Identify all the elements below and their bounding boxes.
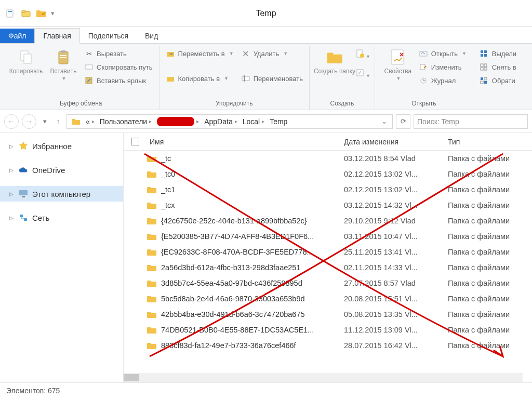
folder-icon: 3d85b7c4-55ea-45a0-97bd-c436f259895d [161,279,302,287]
expand-icon[interactable]: ▷ [9,143,15,149]
file-date: 29.10.2015 9:12 Vlad [344,217,448,225]
col-date[interactable]: Дата изменения [344,138,448,146]
svg-rect-35 [481,77,483,80]
copy-path-button[interactable]: Скопировать путь [82,61,155,73]
svg-rect-54 [147,218,151,220]
chevron-down-icon: ▼ [229,51,234,56]
file-name: 883cf83d-fa12-49e7-b733-36a76cef466f [147,341,344,350]
back-button[interactable]: ← [4,114,19,129]
ribbon: Копировать Вставить ▼ ✂Вырезать Скопиров… [0,44,532,110]
invert-selection-button[interactable]: Обрати [477,75,518,86]
history-button[interactable]: Журнал [417,75,469,86]
svg-rect-10 [60,55,66,56]
table-row[interactable]: _tcx03.12.2015 14:32 Vl...Папка с файлам… [124,197,532,213]
folder-icon: {E5200385-3B77-4D74-AFF8-4B3ED1F0F6... [161,232,314,241]
table-row[interactable]: 42b5b4ba-e30d-491d-b6a6-3c74720ba67505.0… [124,307,532,322]
crumb-folder-icon[interactable] [69,118,83,125]
easy-access-icon[interactable]: ▼ [355,68,370,79]
new-item-icon[interactable]: ▼ [355,49,370,60]
table-row[interactable]: 3d85b7c4-55ea-45a0-97bd-c436f259895d27.0… [124,275,532,291]
table-row[interactable]: _tc03.12.2015 8:54 VladПапка с файлами [124,151,532,166]
path-dropdown-icon[interactable]: ⌄ [378,117,390,125]
new-folder-icon[interactable] [20,7,32,20]
nav-favorites[interactable]: ▷ Избранное [0,138,123,154]
rename-button[interactable]: Переименовать [239,73,305,84]
recent-dropdown[interactable]: ▾ [39,114,50,129]
file-type: Папка с файлами [448,295,532,303]
edit-button[interactable]: Изменить [417,61,469,73]
forward-button[interactable]: → [22,114,36,129]
quick-access-toolbar: ▾ [4,7,58,20]
table-row[interactable]: {EC92633C-8F08-470A-BCDF-3FE5ED778...25.… [124,244,532,260]
svg-rect-66 [147,312,151,314]
tab-view[interactable]: Вид [137,29,166,43]
svg-rect-48 [147,171,151,174]
crumb-5[interactable]: Temp [268,117,289,126]
copy-to-button[interactable]: Копировать в▼ [164,73,236,84]
file-name: {EC92633C-8F08-470A-BCDF-3FE5ED778... [147,248,344,256]
table-row[interactable]: 883cf83d-fa12-49e7-b733-36a76cef466f28.0… [124,338,532,353]
cut-button[interactable]: ✂Вырезать [82,48,155,59]
folder-check-icon[interactable] [35,7,48,20]
col-check[interactable] [124,138,147,145]
open-button[interactable]: Открыть▼ [417,48,469,59]
search-input[interactable]: Поиск: Temp [414,114,528,129]
copy-button[interactable]: Копировать [7,46,45,98]
file-date: 25.11.2015 13:41 Vl... [344,248,448,256]
select-all-button[interactable]: Выдели [477,48,518,59]
copyto-icon [166,74,175,83]
svg-rect-9 [61,50,65,53]
table-row[interactable]: 74DB0521-B0B0-4E55-88E7-1DC53AC5E1...11.… [124,322,532,338]
crumb-4[interactable]: Local▸ [241,117,267,126]
delete-icon: ✕ [241,49,250,58]
nav-network[interactable]: ▷ Сеть [0,210,123,225]
folder-icon: {EC92633C-8F08-470A-BCDF-3FE5ED778... [161,248,313,256]
refresh-button[interactable]: ⟳ [396,114,410,129]
group-organize: Переместить в▼ Копировать в▼ ✕Удалить▼ П… [159,46,310,110]
file-type: Папка с файлами [448,248,532,256]
crumb-1[interactable]: Пользователи▸ [98,117,154,126]
properties-button[interactable]: Свойства ▼ [379,46,417,98]
table-row[interactable]: {E5200385-3B77-4D74-AFF8-4B3ED1F0F6...03… [124,229,532,244]
tab-share[interactable]: Поделиться [80,29,137,43]
svg-rect-3 [22,10,25,12]
crumb-0[interactable]: «▸ [84,117,97,126]
file-name: _tc1 [147,185,344,194]
expand-icon[interactable]: ▷ [9,215,15,221]
col-type[interactable]: Тип [448,138,532,146]
table-row[interactable]: 5bc5d8ab-2e4d-46a6-9870-33003a653b9d20.0… [124,291,532,307]
col-name[interactable]: Имя [147,138,344,146]
svg-rect-34 [484,68,487,70]
paste-shortcut-button[interactable]: Вставить ярлык [82,75,155,86]
qat-dropdown-icon[interactable]: ▾ [51,9,58,17]
table-row[interactable]: _tc102.12.2015 13:02 Vl...Папка с файлам… [124,182,532,197]
svg-rect-12 [85,65,92,69]
properties-icon[interactable] [4,7,17,20]
table-row[interactable]: {42c6750e-252c-404e-b131-a899bfbba52c}29… [124,213,532,229]
tab-file[interactable]: Файл [0,29,34,43]
new-folder-button[interactable]: Создать папку [314,46,355,98]
breadcrumb[interactable]: «▸ Пользователи▸ ▸ AppData▸ Local▸ Temp … [66,114,393,129]
crumb-3[interactable]: AppData▸ [202,117,239,126]
table-row[interactable]: 2a56d3bd-612a-4fbc-b313-298d3faae25102.1… [124,260,532,275]
paste-button[interactable]: Вставить ▼ [45,46,82,98]
tab-home[interactable]: Главная [34,28,79,44]
crumb-2-redacted[interactable]: ▸ [155,117,201,126]
titlebar: ▾ Temp [0,0,532,27]
select-none-button[interactable]: Снять в [477,61,518,73]
delete-button[interactable]: ✕Удалить▼ [239,48,305,59]
chevron-down-icon: ▼ [224,76,229,81]
chevron-down-icon: ▼ [283,51,288,56]
scissors-icon: ✂ [84,49,94,58]
up-button[interactable]: ↑ [53,114,63,129]
group-select-label [477,105,518,110]
nav-thispc[interactable]: ▷ Этот компьютер [0,186,123,202]
nav-panel: ▷ Избранное ▷ OneDrive ▷ Этот компьютер … [0,133,124,382]
horizontal-scrollbar[interactable] [124,373,523,382]
move-to-button[interactable]: Переместить в▼ [164,48,236,59]
select-none-icon [480,62,489,72]
table-row[interactable]: _tc002.12.2015 13:02 Vl...Папка с файлам… [124,166,532,182]
expand-icon[interactable]: ▷ [9,191,15,197]
nav-onedrive[interactable]: ▷ OneDrive [0,162,123,178]
expand-icon[interactable]: ▷ [9,167,15,173]
